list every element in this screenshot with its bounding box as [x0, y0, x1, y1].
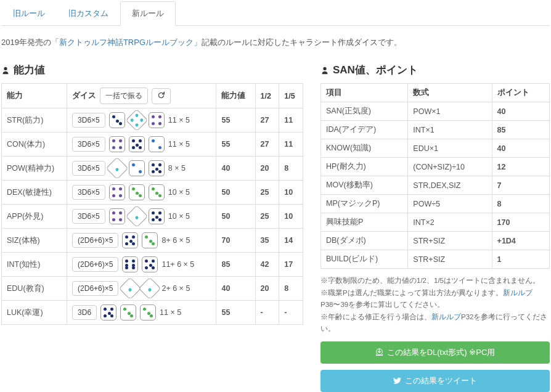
col-header: 数式 [408, 84, 492, 102]
value-cell: - [255, 301, 279, 325]
calc-text: 11 × 5 [168, 116, 190, 125]
value-cell: 85 [216, 253, 255, 277]
point-value: +1D4 [492, 232, 549, 250]
ability-name: DEX(敏捷性) [2, 181, 67, 205]
die-face [139, 277, 161, 300]
point-value: 85 [492, 121, 549, 139]
die-face [149, 184, 165, 200]
tab-1[interactable]: 旧カスタム [57, 1, 120, 25]
note-line: ※字数制限のため、能力値の1/2、1/5はツイートに含まれません。 [320, 275, 550, 287]
roll-button[interactable]: 3D6×5 [72, 209, 105, 224]
roll-button[interactable]: 3D6 [72, 305, 97, 320]
point-name: SAN(正気度) [321, 102, 408, 121]
ability-name: EDU(教育) [2, 277, 67, 301]
calc-text: 11 × 5 [168, 140, 190, 149]
user-icon [320, 66, 329, 75]
die-face [105, 157, 128, 180]
roll-button[interactable]: (2D6+6)×5 [72, 233, 118, 248]
ability-row: EDU(教育)(2D6+6)×52+ 6 × 540208 [2, 277, 303, 301]
point-formula: EDU×1 [408, 139, 492, 158]
points-table: 項目数式ポイント SAN(正気度)POW×140IDA(アイデア)INT×185… [320, 83, 550, 269]
value-cell: 11 [279, 108, 303, 133]
ability-table: 能力ダイス一括で振る能力値1/21/5 STR(筋力)3D6×511 × 555… [1, 83, 303, 325]
point-formula: INT×1 [408, 121, 492, 139]
calc-text: 10 × 5 [168, 188, 190, 197]
refresh-button[interactable] [152, 88, 171, 104]
ability-row: SIZ(体格)(2D6+6)×58+ 6 × 5703514 [2, 229, 303, 253]
roll-button[interactable]: (2D6+6)×5 [72, 281, 118, 296]
value-cell: 50 [216, 205, 255, 229]
intro-text: 2019年発売の「新クトゥルフ神話TRPGルールブック」記載のルールに対応したキ… [1, 37, 550, 48]
note-line: ※年齢による修正を行う場合は、新ルルブP32を参考に行ってください。 [320, 311, 550, 335]
point-row: IDA(アイデア)INT×185 [321, 121, 550, 139]
col-header: ポイント [492, 84, 549, 102]
tabs: 旧ルール旧カスタム新ルール [1, 1, 550, 26]
col-4: 1/5 [279, 84, 303, 108]
point-name: KNOW(知識) [321, 139, 408, 158]
die-face [142, 256, 158, 272]
point-row: BUILD(ビルド)STR+SIZ1 [321, 250, 550, 269]
die-face [149, 112, 165, 128]
die-face [100, 304, 116, 321]
col-header: 項目 [321, 84, 408, 102]
die-face [120, 304, 136, 321]
roll-button[interactable]: (2D6+6)×5 [72, 257, 118, 272]
calc-text: 10 × 5 [168, 212, 190, 221]
dice-cell: 3D6×511 × 5 [67, 133, 216, 157]
roll-button[interactable]: 3D6×5 [72, 161, 105, 176]
die-face [149, 136, 165, 152]
calc-text: 8+ 6 × 5 [161, 236, 190, 245]
dice-cell: 3D611 × 5 [67, 301, 216, 325]
ability-row: LUK(幸運)3D611 × 555-- [2, 301, 303, 325]
point-row: HP(耐久力)(CON+SIZ)÷1012 [321, 158, 550, 176]
tab-0[interactable]: 旧ルール [1, 1, 57, 25]
twitter-icon [393, 377, 401, 385]
ability-name: STR(筋力) [2, 108, 67, 133]
die-face [142, 232, 158, 248]
value-cell: 40 [216, 277, 255, 301]
point-formula: POW×1 [408, 102, 492, 121]
point-value: 40 [492, 139, 549, 158]
roll-button[interactable]: 3D6×5 [72, 113, 105, 128]
die-face [129, 136, 145, 152]
die-face [122, 256, 138, 272]
point-name: 興味技能P [321, 213, 408, 232]
die-face [149, 208, 165, 224]
value-cell: 8 [279, 157, 303, 181]
die-face [125, 109, 148, 132]
value-cell: 20 [255, 157, 279, 181]
intro-link[interactable]: 「新クトゥルフ神話TRPGルールブック」 [51, 38, 202, 47]
download-icon [375, 348, 383, 356]
value-cell: 70 [216, 229, 255, 253]
dice-cell: 3D6×510 × 5 [67, 181, 216, 205]
value-cell: 14 [279, 229, 303, 253]
ability-row: STR(筋力)3D6×511 × 5552711 [2, 108, 303, 133]
value-cell: 55 [216, 133, 255, 157]
value-cell: 20 [255, 277, 279, 301]
roll-all-button[interactable]: 一括で振る [100, 88, 148, 104]
note-link[interactable]: 新ルルブ [503, 289, 533, 296]
value-cell: 55 [216, 108, 255, 133]
dice-cell: 3D6×510 × 5 [67, 205, 216, 229]
roll-button[interactable]: 3D6×5 [72, 137, 105, 152]
note-link[interactable]: 新ルルブ [431, 313, 461, 321]
ability-title: 能力値 [1, 63, 303, 77]
point-name: BUILD(ビルド) [321, 250, 408, 269]
die-face [129, 160, 145, 176]
point-value: 1 [492, 250, 549, 269]
roll-button[interactable]: 3D6×5 [72, 185, 105, 200]
note-line: ※職業Pは選んだ職業によって算出方法が異なります。新ルルブP38〜39を参考に算… [320, 287, 550, 311]
dice-cell: (2D6+6)×58+ 6 × 5 [67, 229, 216, 253]
value-cell: 17 [279, 253, 303, 277]
point-value: 40 [492, 102, 549, 121]
point-row: DB(ダメボ)STR+SIZ+1D4 [321, 232, 550, 250]
tab-2[interactable]: 新ルール [120, 1, 176, 26]
ability-name: POW(精神力) [2, 157, 67, 181]
point-value: 7 [492, 176, 549, 195]
point-formula: STR+SIZ [408, 232, 492, 250]
calc-text: 11+ 6 × 5 [161, 260, 194, 269]
tweet-button[interactable]: この結果をツイート [320, 370, 550, 392]
value-cell: 10 [279, 181, 303, 205]
point-name: IDA(アイデア) [321, 121, 408, 139]
download-button[interactable]: この結果をDL(txt形式) ※PC用 [320, 341, 550, 364]
